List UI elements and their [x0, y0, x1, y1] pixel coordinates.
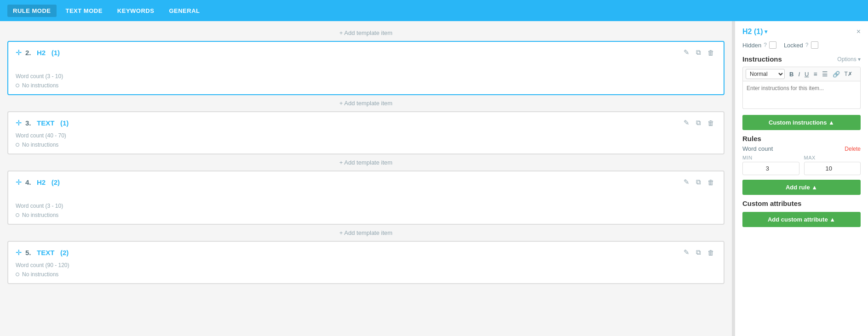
card-actions-h2-1: ✎ ⧉ 🗑	[682, 47, 716, 57]
italic-btn[interactable]: I	[796, 70, 802, 79]
options-link[interactable]: Options ▾	[837, 56, 861, 63]
edit-btn-h2-1[interactable]: ✎	[682, 47, 691, 57]
add-template-label-top: + Add template item	[339, 29, 392, 36]
locked-toggle-group: Locked ?	[784, 41, 818, 49]
add-template-row-1[interactable]: + Add template item	[0, 95, 732, 111]
drag-handle-h2-2[interactable]: ✛	[16, 178, 22, 187]
copy-btn-text-2[interactable]: ⧉	[694, 247, 703, 257]
template-card-text-1: ✛ 3. TEXT (1) ✎ ⧉ 🗑 Word count (40 - 70)	[7, 111, 724, 154]
drag-handle-h2-1[interactable]: ✛	[16, 48, 22, 57]
card-meta-h2-1: Word count (3 - 10)	[16, 73, 716, 80]
edit-btn-h2-2[interactable]: ✎	[682, 177, 691, 187]
nav-text-mode[interactable]: TEXT MODE	[60, 5, 108, 17]
close-panel-button[interactable]: ×	[857, 28, 861, 36]
edit-btn-text-1[interactable]: ✎	[682, 118, 691, 128]
drag-handle-text-1[interactable]: ✛	[16, 119, 22, 127]
template-card-h2-2: ✛ 4. H2 (2) ✎ ⧉ 🗑 Word count (3 - 10	[7, 171, 724, 225]
unordered-list-btn[interactable]: ☰	[820, 69, 830, 79]
card-title-row-text-1: ✛ 3. TEXT (1)	[16, 119, 69, 127]
card-instructions-h2-2: No instructions	[16, 212, 716, 218]
custom-instructions-button[interactable]: Custom instructions ▲	[742, 115, 861, 130]
max-group: MAX	[804, 155, 861, 175]
card-instructions-text-2: No instructions	[16, 271, 716, 278]
card-header-text-2: ✛ 5. TEXT (2) ✎ ⧉ 🗑	[16, 247, 716, 257]
instructions-dot-h2-2	[16, 213, 19, 217]
copy-btn-h2-1[interactable]: ⧉	[694, 47, 703, 57]
add-template-row-2[interactable]: + Add template item	[0, 154, 732, 171]
instructions-text-text-2: No instructions	[22, 271, 58, 278]
card-meta-text-2: Word count (90 - 120)	[16, 262, 716, 268]
add-template-row-top[interactable]: + Add template item	[0, 25, 732, 41]
card-header-h2-2: ✛ 4. H2 (2) ✎ ⧉ 🗑	[16, 177, 716, 187]
right-panel-header: H2 (1) ▾ ×	[742, 28, 861, 36]
right-panel: H2 (1) ▾ × Hidden ? Locked ? Instruction…	[735, 21, 868, 336]
hidden-locked-row: Hidden ? Locked ?	[742, 41, 861, 49]
format-select[interactable]: Normal Heading 1 Heading 2 Heading 3	[746, 69, 785, 79]
nav-rule-mode[interactable]: RULE MODE	[7, 5, 57, 17]
delete-btn-h2-2[interactable]: 🗑	[706, 177, 716, 187]
add-template-label-3: + Add template item	[339, 229, 392, 236]
hidden-checkbox[interactable]	[769, 41, 776, 49]
instructions-text-h2-2: No instructions	[22, 212, 58, 218]
custom-attrs-section: Custom attributes Add custom attribute ▲	[742, 199, 861, 227]
card-title-row-h2-2: ✛ 4. H2 (2)	[16, 178, 60, 187]
add-template-label-2: + Add template item	[339, 159, 392, 166]
card-header-h2-1: ✛ 2. H2 (1) ✎ ⧉ 🗑	[16, 47, 716, 57]
card-actions-text-1: ✎ ⧉ 🗑	[682, 118, 716, 128]
item-number-h2-1: 2.	[25, 49, 31, 57]
item-number-h2-2: 4.	[25, 178, 31, 186]
edit-btn-text-2[interactable]: ✎	[682, 247, 691, 257]
delete-rule-button[interactable]: Delete	[845, 146, 861, 152]
card-meta-text-1: Word count (40 - 70)	[16, 132, 716, 139]
bold-btn[interactable]: B	[788, 70, 795, 79]
item-type-text-1: TEXT	[37, 119, 54, 127]
instructions-dot-text-2	[16, 273, 19, 276]
underline-btn[interactable]: U	[803, 70, 811, 79]
item-number-text-2: 5.	[25, 249, 31, 256]
instructions-section-header: Instructions Options ▾	[742, 55, 861, 63]
instructions-dot-h2-1	[16, 84, 19, 87]
item-count-h2-1: (1)	[52, 49, 60, 57]
hidden-label: Hidden	[742, 42, 761, 49]
add-custom-attribute-button[interactable]: Add custom attribute ▲	[742, 212, 861, 227]
main-layout: + Add template item ✛ 2. H2 (1) ✎	[0, 21, 868, 336]
add-template-row-3[interactable]: + Add template item	[0, 225, 732, 241]
card-instructions-text-1: No instructions	[16, 142, 716, 148]
instructions-section-title: Instructions	[742, 55, 782, 63]
delete-btn-text-1[interactable]: 🗑	[706, 118, 716, 128]
rules-section: Rules Word count Delete MIN MAX Add rule…	[742, 135, 861, 195]
card-title-h2-2: 4. H2 (2)	[25, 178, 60, 186]
min-input[interactable]	[742, 162, 799, 175]
copy-btn-h2-2[interactable]: ⧉	[694, 177, 703, 187]
locked-checkbox[interactable]	[811, 41, 818, 49]
item-count-text-2: (2)	[60, 249, 69, 256]
item-type-text-2: TEXT	[37, 249, 54, 256]
min-max-row: MIN MAX	[742, 155, 861, 175]
panel-title-text: H2 (1)	[742, 28, 763, 36]
template-card-text-2: ✛ 5. TEXT (2) ✎ ⧉ 🗑 Word count (90 - 120…	[7, 241, 724, 284]
instructions-textarea[interactable]	[742, 81, 861, 109]
max-input[interactable]	[804, 162, 861, 175]
locked-info-icon: ?	[805, 42, 809, 48]
delete-btn-h2-1[interactable]: 🗑	[706, 48, 716, 57]
nav-general[interactable]: GENERAL	[163, 5, 205, 17]
add-rule-button[interactable]: Add rule ▲	[742, 180, 861, 195]
delete-btn-text-2[interactable]: 🗑	[706, 248, 716, 257]
clear-format-btn[interactable]: T✗	[843, 70, 854, 78]
item-count-text-1: (1)	[60, 119, 69, 127]
drag-handle-text-2[interactable]: ✛	[16, 248, 22, 257]
custom-attrs-title: Custom attributes	[742, 199, 861, 207]
ordered-list-btn[interactable]: ≡	[811, 69, 819, 79]
hidden-info-icon: ?	[764, 42, 767, 48]
card-title-row-h2-1: ✛ 2. H2 (1)	[16, 48, 60, 57]
copy-btn-text-1[interactable]: ⧉	[694, 118, 703, 128]
item-type-h2-1: H2	[37, 49, 46, 57]
card-spacer-h2-2	[16, 187, 716, 198]
nav-keywords[interactable]: KEYWORDS	[112, 5, 160, 17]
link-btn[interactable]: 🔗	[831, 70, 842, 79]
right-panel-title[interactable]: H2 (1) ▾	[742, 28, 767, 36]
card-title-text-2: 5. TEXT (2)	[25, 249, 69, 256]
card-actions-h2-2: ✎ ⧉ 🗑	[682, 177, 716, 187]
instructions-text-h2-1: No instructions	[22, 82, 58, 89]
item-number-text-1: 3.	[25, 119, 31, 127]
